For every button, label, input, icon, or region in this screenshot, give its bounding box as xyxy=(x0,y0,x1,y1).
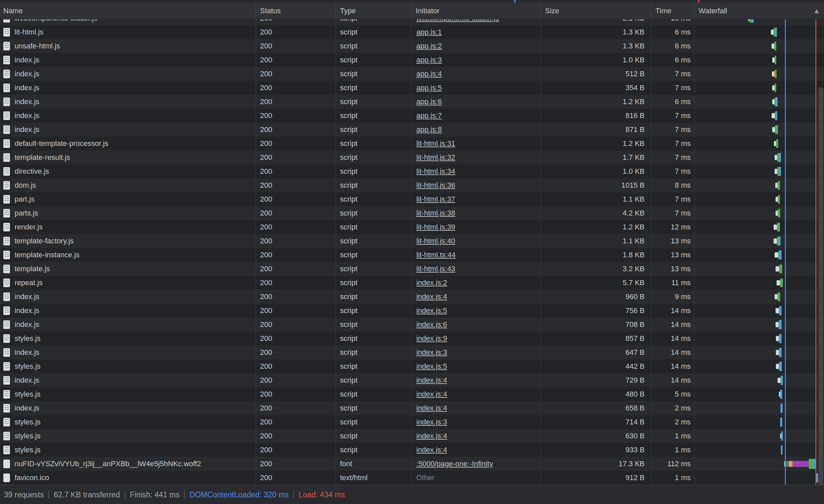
request-row[interactable]: lit-html.js 200 script app.js:1 1.3 KB 6… xyxy=(0,25,824,39)
request-row[interactable]: index.js 200 script index.js:6 708 B 14 … xyxy=(0,318,824,332)
initiator-link[interactable]: lit-html.js:40 xyxy=(416,237,455,245)
initiator-link[interactable]: lit-html.js:32 xyxy=(416,153,455,162)
request-row[interactable]: nuFID-vYSZviVYUb_rj3ij__anPXBb__lW4e5j5h… xyxy=(0,457,824,471)
waterfall-segment-stalled xyxy=(776,266,779,272)
initiator-link[interactable]: index.js:9 xyxy=(416,334,447,343)
initiator-link[interactable]: app.js:6 xyxy=(416,98,442,106)
column-header-waterfall[interactable]: Waterfall ▲ xyxy=(694,3,824,19)
request-row[interactable]: styles.js 200 script index.js:5 442 B 14… xyxy=(0,359,824,373)
summary-load-time: Load: 434 ms xyxy=(299,490,345,499)
initiator-link[interactable]: lit-html.js:36 xyxy=(416,181,455,190)
column-header-size[interactable]: Size xyxy=(540,3,651,19)
request-time: 7 ms xyxy=(651,206,694,220)
request-size: 714 B xyxy=(540,415,651,429)
request-row[interactable]: index.js 200 script app.js:8 871 B 7 ms xyxy=(0,123,824,137)
request-time: 1 ms xyxy=(651,471,694,485)
waterfall-cell xyxy=(694,67,824,81)
initiator-link[interactable]: app.js:4 xyxy=(416,70,442,78)
initiator-link[interactable]: lit-html.js:43 xyxy=(416,265,455,273)
initiator-link[interactable]: app.js:7 xyxy=(416,111,442,120)
file-icon xyxy=(3,320,10,329)
initiator-link[interactable]: index.js:4 xyxy=(416,292,447,301)
waterfall-segment-wait xyxy=(775,84,776,92)
request-row[interactable]: template-factory.js 200 script lit-html.… xyxy=(0,234,824,248)
request-row[interactable]: styles.js 200 script index.js:4 933 B 1 … xyxy=(0,443,824,457)
request-row[interactable]: index.js 200 script index.js:4 729 B 14 … xyxy=(0,373,824,387)
request-size: 647 B xyxy=(540,346,651,359)
request-name: index.js xyxy=(15,70,39,78)
request-row[interactable]: dom.js 200 script lit-html.js:36 1015 B … xyxy=(0,178,824,192)
request-row[interactable]: styles.js 200 script index.js:4 480 B 5 … xyxy=(0,387,824,401)
initiator-link[interactable]: lit-html.js:34 xyxy=(416,167,455,176)
request-row[interactable]: part.js 200 script lit-html.js:37 1.1 KB… xyxy=(0,192,824,206)
initiator-link[interactable]: :5000/page-one:-Infinity xyxy=(416,460,493,468)
column-header-initiator[interactable]: Initiator xyxy=(411,3,540,19)
request-row[interactable]: template-instance.js 200 script lit-html… xyxy=(0,248,824,262)
request-row[interactable]: render.js 200 script lit-html.js:39 1.2 … xyxy=(0,220,824,234)
request-status: 200 xyxy=(255,304,335,318)
request-row[interactable]: template.js 200 script lit-html.js:43 3.… xyxy=(0,262,824,276)
initiator-link[interactable]: app.js:1 xyxy=(416,28,442,36)
column-header-time[interactable]: Time xyxy=(651,3,694,19)
waterfall-segment-ssl xyxy=(793,461,809,467)
request-row[interactable]: index.js 200 script app.js:3 1.0 KB 6 ms xyxy=(0,53,824,67)
waterfall-segment-wait xyxy=(774,42,776,50)
waterfall-segment-dl xyxy=(816,473,818,483)
initiator-link[interactable]: index.js:6 xyxy=(416,320,447,329)
request-row[interactable]: favicon.ico 200 text/html Other 912 B 1 … xyxy=(0,471,824,485)
waterfall-segment-stalled xyxy=(776,308,779,313)
request-row[interactable]: index.js 200 script app.js:7 816 B 7 ms xyxy=(0,109,824,123)
request-row[interactable]: styles.js 200 script index.js:3 714 B 2 … xyxy=(0,415,824,429)
waterfall-segment-dns xyxy=(786,461,789,467)
column-header-type[interactable]: Type xyxy=(335,3,411,19)
initiator-link[interactable]: index.js:5 xyxy=(416,362,447,371)
waterfall-bar xyxy=(772,95,778,109)
initiator-link[interactable]: lit-html.js:31 xyxy=(416,139,455,148)
request-row[interactable]: index.js 200 script index.js:4 658 B 2 m… xyxy=(0,401,824,415)
initiator-link[interactable]: index.js:4 xyxy=(416,390,447,399)
initiator-link[interactable]: lit-html.js:39 xyxy=(416,223,455,231)
sort-ascending-icon[interactable]: ▲ xyxy=(813,7,820,15)
request-row[interactable]: styles.js 200 script index.js:4 630 B 1 … xyxy=(0,429,824,443)
initiator-link[interactable]: lit-html.js:37 xyxy=(416,195,455,204)
column-header-name[interactable]: Name xyxy=(0,3,255,19)
initiator-link[interactable]: app.js:2 xyxy=(416,42,442,50)
scrollbar-thumb[interactable] xyxy=(818,87,823,485)
initiator-link[interactable]: index.js:5 xyxy=(416,306,447,315)
file-icon xyxy=(3,237,10,245)
initiator-link[interactable]: lit-html.ts:44 xyxy=(416,251,456,259)
request-size: 912 B xyxy=(540,471,651,485)
initiator-link[interactable]: app.js:5 xyxy=(416,84,442,92)
initiator-link[interactable]: lit-html.js:38 xyxy=(416,209,455,218)
initiator-link[interactable]: index.js:4 xyxy=(416,404,447,412)
initiator-link[interactable]: index.js:4 xyxy=(416,432,447,440)
request-row[interactable]: webcomponents-loader.js 200 script webco… xyxy=(0,19,824,25)
initiator-link[interactable]: index.js:3 xyxy=(416,418,447,426)
request-name: index.js xyxy=(15,84,39,92)
initiator-link[interactable]: app.js:3 xyxy=(416,56,442,64)
initiator-link[interactable]: webcomponents-loader.js xyxy=(416,19,499,22)
request-row[interactable]: parts.js 200 script lit-html.js:38 4.2 K… xyxy=(0,206,824,220)
request-row[interactable]: index.js 200 script app.js:5 354 B 7 ms xyxy=(0,81,824,95)
request-row[interactable]: index.js 200 script index.js:5 756 B 14 … xyxy=(0,304,824,318)
request-row[interactable]: index.js 200 script app.js:4 512 B 7 ms xyxy=(0,67,824,81)
waterfall-segment-dl xyxy=(779,236,781,246)
initiator-link[interactable]: app.js:8 xyxy=(416,125,442,134)
column-header-status[interactable]: Status xyxy=(255,3,335,19)
request-row[interactable]: unsafe-html.js 200 script app.js:2 1.3 K… xyxy=(0,39,824,53)
request-name: repeat.js xyxy=(15,278,42,287)
initiator-link[interactable]: index.js:3 xyxy=(416,348,447,357)
request-row[interactable]: template-result.js 200 script lit-html.j… xyxy=(0,150,824,164)
request-time: 7 ms xyxy=(651,81,694,95)
summary-divider xyxy=(184,491,185,499)
request-row[interactable]: styles.js 200 script index.js:9 857 B 14… xyxy=(0,332,824,346)
request-row[interactable]: repeat.js 200 script index.js:2 5.7 KB 1… xyxy=(0,276,824,290)
initiator-link[interactable]: index.js:4 xyxy=(416,446,447,454)
request-row[interactable]: index.js 200 script index.js:4 960 B 9 m… xyxy=(0,290,824,304)
request-row[interactable]: index.js 200 script app.js:6 1.2 KB 6 ms xyxy=(0,95,824,109)
initiator-link[interactable]: index.js:4 xyxy=(416,376,447,385)
request-row[interactable]: directive.js 200 script lit-html.js:34 1… xyxy=(0,164,824,178)
request-row[interactable]: default-template-processor.js 200 script… xyxy=(0,137,824,150)
request-row[interactable]: index.js 200 script index.js:3 647 B 14 … xyxy=(0,346,824,359)
initiator-link[interactable]: index.js:2 xyxy=(416,278,447,287)
